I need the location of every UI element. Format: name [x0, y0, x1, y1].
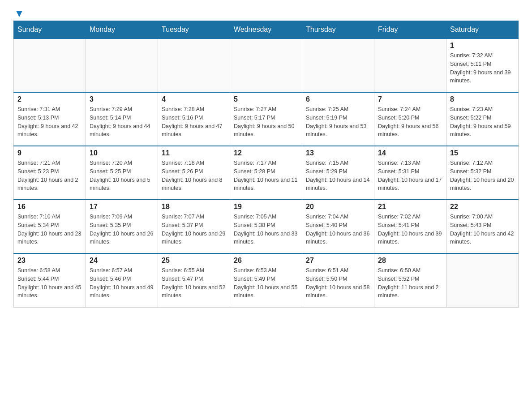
calendar-cell — [86, 39, 158, 92]
calendar-cell: 15Sunrise: 7:12 AMSunset: 5:32 PMDayligh… — [446, 146, 519, 200]
day-info: Sunrise: 7:02 AMSunset: 5:41 PMDaylight:… — [378, 213, 442, 246]
calendar-cell: 2Sunrise: 7:31 AMSunset: 5:13 PMDaylight… — [14, 92, 86, 146]
day-number: 20 — [306, 203, 370, 211]
calendar-cell: 4Sunrise: 7:28 AMSunset: 5:16 PMDaylight… — [158, 92, 230, 146]
day-number: 22 — [450, 203, 515, 211]
day-number: 25 — [162, 257, 226, 265]
day-info: Sunrise: 7:29 AMSunset: 5:14 PMDaylight:… — [90, 105, 154, 139]
day-number: 1 — [450, 42, 515, 50]
calendar-week-row: 9Sunrise: 7:21 AMSunset: 5:23 PMDaylight… — [14, 146, 519, 200]
calendar-cell: 1Sunrise: 7:32 AMSunset: 5:11 PMDaylight… — [446, 39, 519, 92]
calendar-cell: 14Sunrise: 7:13 AMSunset: 5:31 PMDayligh… — [374, 146, 446, 200]
day-number: 16 — [17, 203, 82, 211]
calendar-cell: 3Sunrise: 7:29 AMSunset: 5:14 PMDaylight… — [86, 92, 158, 146]
day-info: Sunrise: 7:25 AMSunset: 5:19 PMDaylight:… — [306, 105, 370, 139]
weekday-header-thursday: Thursday — [302, 21, 374, 39]
calendar-cell: 6Sunrise: 7:25 AMSunset: 5:19 PMDaylight… — [302, 92, 374, 146]
day-info: Sunrise: 6:57 AMSunset: 5:46 PMDaylight:… — [90, 266, 154, 300]
day-number: 21 — [378, 203, 442, 211]
calendar-cell: 12Sunrise: 7:17 AMSunset: 5:28 PMDayligh… — [230, 146, 302, 200]
calendar-cell — [158, 39, 230, 92]
day-info: Sunrise: 7:09 AMSunset: 5:35 PMDaylight:… — [90, 213, 154, 246]
calendar-cell — [302, 39, 374, 92]
day-number: 26 — [234, 257, 298, 265]
day-info: Sunrise: 7:15 AMSunset: 5:29 PMDaylight:… — [306, 159, 370, 193]
calendar-cell: 18Sunrise: 7:07 AMSunset: 5:37 PMDayligh… — [158, 200, 230, 253]
svg-marker-0 — [16, 11, 22, 17]
day-number: 17 — [90, 203, 154, 211]
day-info: Sunrise: 7:10 AMSunset: 5:34 PMDaylight:… — [17, 213, 82, 246]
calendar-cell: 24Sunrise: 6:57 AMSunset: 5:46 PMDayligh… — [86, 253, 158, 307]
day-info: Sunrise: 7:21 AMSunset: 5:23 PMDaylight:… — [17, 159, 82, 193]
day-info: Sunrise: 7:17 AMSunset: 5:28 PMDaylight:… — [234, 159, 298, 193]
day-info: Sunrise: 7:18 AMSunset: 5:26 PMDaylight:… — [162, 159, 226, 193]
calendar-cell: 19Sunrise: 7:05 AMSunset: 5:38 PMDayligh… — [230, 200, 302, 253]
day-number: 24 — [90, 257, 154, 265]
weekday-header-row: SundayMondayTuesdayWednesdayThursdayFrid… — [14, 21, 519, 39]
day-info: Sunrise: 7:05 AMSunset: 5:38 PMDaylight:… — [234, 213, 298, 246]
logo-triangle-icon — [14, 9, 24, 19]
weekday-header-friday: Friday — [374, 21, 446, 39]
weekday-header-sunday: Sunday — [14, 21, 86, 39]
calendar-week-row: 16Sunrise: 7:10 AMSunset: 5:34 PMDayligh… — [14, 200, 519, 253]
day-number: 28 — [378, 257, 442, 265]
day-info: Sunrise: 7:20 AMSunset: 5:25 PMDaylight:… — [90, 159, 154, 193]
day-info: Sunrise: 7:00 AMSunset: 5:43 PMDaylight:… — [450, 213, 515, 246]
calendar-cell — [14, 39, 86, 92]
day-number: 14 — [378, 149, 442, 157]
day-info: Sunrise: 7:13 AMSunset: 5:31 PMDaylight:… — [378, 159, 442, 193]
calendar-cell: 27Sunrise: 6:51 AMSunset: 5:50 PMDayligh… — [302, 253, 374, 307]
day-info: Sunrise: 6:58 AMSunset: 5:44 PMDaylight:… — [17, 266, 82, 300]
weekday-header-saturday: Saturday — [446, 21, 519, 39]
day-number: 10 — [90, 149, 154, 157]
calendar-week-row: 1Sunrise: 7:32 AMSunset: 5:11 PMDaylight… — [14, 39, 519, 92]
day-number: 15 — [450, 149, 515, 157]
day-number: 23 — [17, 257, 82, 265]
calendar-cell: 16Sunrise: 7:10 AMSunset: 5:34 PMDayligh… — [14, 200, 86, 253]
day-info: Sunrise: 6:55 AMSunset: 5:47 PMDaylight:… — [162, 266, 226, 300]
day-info: Sunrise: 7:32 AMSunset: 5:11 PMDaylight:… — [450, 51, 515, 85]
weekday-header-monday: Monday — [86, 21, 158, 39]
calendar-cell: 13Sunrise: 7:15 AMSunset: 5:29 PMDayligh… — [302, 146, 374, 200]
calendar-cell: 9Sunrise: 7:21 AMSunset: 5:23 PMDaylight… — [14, 146, 86, 200]
day-number: 19 — [234, 203, 298, 211]
calendar-cell — [446, 253, 519, 307]
calendar-cell: 28Sunrise: 6:50 AMSunset: 5:52 PMDayligh… — [374, 253, 446, 307]
day-number: 12 — [234, 149, 298, 157]
day-number: 7 — [378, 95, 442, 103]
day-info: Sunrise: 6:51 AMSunset: 5:50 PMDaylight:… — [306, 266, 370, 300]
calendar-cell — [230, 39, 302, 92]
day-number: 11 — [162, 149, 226, 157]
day-number: 13 — [306, 149, 370, 157]
day-number: 3 — [90, 95, 154, 103]
calendar-week-row: 23Sunrise: 6:58 AMSunset: 5:44 PMDayligh… — [14, 253, 519, 307]
calendar-cell: 22Sunrise: 7:00 AMSunset: 5:43 PMDayligh… — [446, 200, 519, 253]
day-info: Sunrise: 7:28 AMSunset: 5:16 PMDaylight:… — [162, 105, 226, 139]
day-info: Sunrise: 7:27 AMSunset: 5:17 PMDaylight:… — [234, 105, 298, 139]
calendar-cell: 8Sunrise: 7:23 AMSunset: 5:22 PMDaylight… — [446, 92, 519, 146]
calendar-cell: 26Sunrise: 6:53 AMSunset: 5:49 PMDayligh… — [230, 253, 302, 307]
day-info: Sunrise: 7:24 AMSunset: 5:20 PMDaylight:… — [378, 105, 442, 139]
calendar-cell: 25Sunrise: 6:55 AMSunset: 5:47 PMDayligh… — [158, 253, 230, 307]
day-info: Sunrise: 6:50 AMSunset: 5:52 PMDaylight:… — [378, 266, 442, 300]
day-number: 6 — [306, 95, 370, 103]
calendar-cell: 23Sunrise: 6:58 AMSunset: 5:44 PMDayligh… — [14, 253, 86, 307]
calendar-cell — [374, 39, 446, 92]
day-number: 5 — [234, 95, 298, 103]
weekday-header-wednesday: Wednesday — [230, 21, 302, 39]
calendar-cell: 20Sunrise: 7:04 AMSunset: 5:40 PMDayligh… — [302, 200, 374, 253]
page-header — [13, 9, 519, 16]
day-info: Sunrise: 7:12 AMSunset: 5:32 PMDaylight:… — [450, 159, 515, 193]
day-number: 8 — [450, 95, 515, 103]
day-number: 4 — [162, 95, 226, 103]
day-info: Sunrise: 7:31 AMSunset: 5:13 PMDaylight:… — [17, 105, 82, 139]
day-number: 27 — [306, 257, 370, 265]
day-info: Sunrise: 7:04 AMSunset: 5:40 PMDaylight:… — [306, 213, 370, 246]
day-info: Sunrise: 6:53 AMSunset: 5:49 PMDaylight:… — [234, 266, 298, 300]
day-number: 9 — [17, 149, 82, 157]
calendar-cell: 7Sunrise: 7:24 AMSunset: 5:20 PMDaylight… — [374, 92, 446, 146]
calendar-cell: 10Sunrise: 7:20 AMSunset: 5:25 PMDayligh… — [86, 146, 158, 200]
day-info: Sunrise: 7:23 AMSunset: 5:22 PMDaylight:… — [450, 105, 515, 139]
calendar-week-row: 2Sunrise: 7:31 AMSunset: 5:13 PMDaylight… — [14, 92, 519, 146]
calendar-table: SundayMondayTuesdayWednesdayThursdayFrid… — [13, 21, 519, 308]
